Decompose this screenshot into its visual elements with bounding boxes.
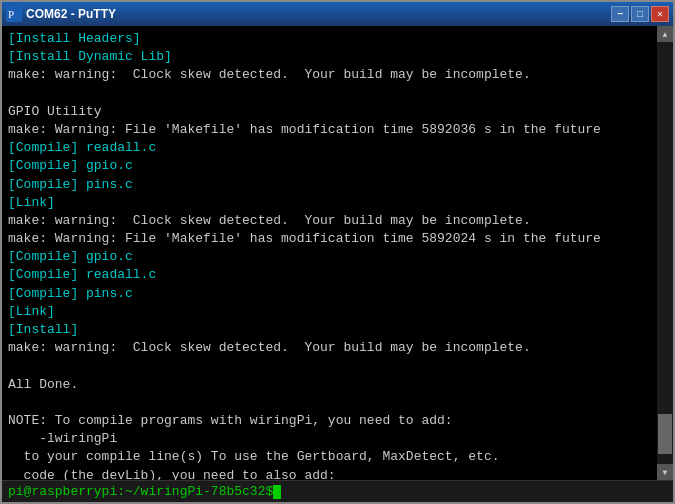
cursor [273, 485, 281, 499]
scroll-track [657, 42, 673, 464]
status-bar: pi@raspberrypi:~/wiringPi-78b5c32$ [2, 480, 673, 502]
scroll-down-button[interactable]: ▼ [657, 464, 673, 480]
command-prompt: pi@raspberrypi:~/wiringPi-78b5c32$ [8, 484, 273, 499]
putty-icon: P [6, 6, 22, 22]
minimize-button[interactable]: − [611, 6, 629, 22]
svg-text:P: P [8, 8, 14, 20]
scroll-up-button[interactable]: ▲ [657, 26, 673, 42]
putty-window: P COM62 - PuTTY − □ ✕ [Install Headers] … [0, 0, 675, 504]
window-title: COM62 - PuTTY [26, 7, 116, 21]
content-area: [Install Headers] [Install Dynamic Lib] … [2, 26, 673, 480]
close-button[interactable]: ✕ [651, 6, 669, 22]
window-controls: − □ ✕ [611, 6, 669, 22]
title-bar: P COM62 - PuTTY − □ ✕ [2, 2, 673, 26]
scroll-thumb[interactable] [658, 414, 672, 454]
terminal-output[interactable]: [Install Headers] [Install Dynamic Lib] … [2, 26, 657, 480]
title-bar-left: P COM62 - PuTTY [6, 6, 116, 22]
scrollbar[interactable]: ▲ ▼ [657, 26, 673, 480]
maximize-button[interactable]: □ [631, 6, 649, 22]
